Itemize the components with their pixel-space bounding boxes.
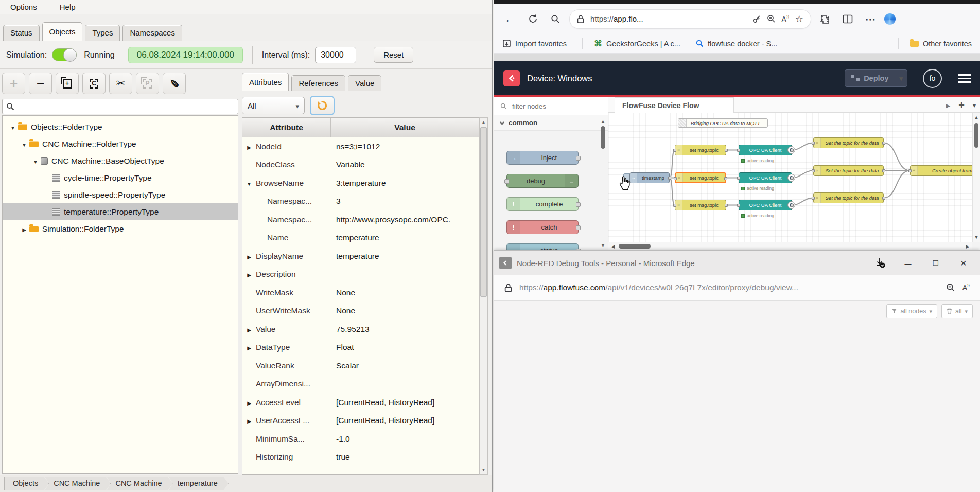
table-row[interactable]: MinimumSa...-1.0 bbox=[242, 430, 479, 448]
read-aloud-icon[interactable]: A bbox=[782, 15, 789, 23]
close-button[interactable] bbox=[952, 254, 975, 272]
output-port[interactable] bbox=[791, 149, 794, 152]
remove-button[interactable] bbox=[29, 73, 52, 94]
read-aloud-icon[interactable]: A bbox=[962, 284, 970, 292]
input-port[interactable] bbox=[737, 177, 740, 180]
scroll-down-icon[interactable]: ▼ bbox=[600, 243, 606, 248]
extensions-icon[interactable] bbox=[816, 10, 834, 28]
palette-node-catch[interactable]: ! catch bbox=[506, 220, 579, 234]
menu-options[interactable]: Options bbox=[10, 3, 37, 11]
user-avatar[interactable]: fo bbox=[923, 69, 942, 88]
scroll-left-icon[interactable]: ◀ bbox=[609, 242, 617, 250]
node-create-object[interactable]: + Create object from bbox=[910, 165, 972, 176]
password-key-icon[interactable] bbox=[752, 15, 761, 23]
palette-filter-input[interactable] bbox=[511, 102, 583, 111]
scrollbar-thumb[interactable] bbox=[601, 126, 605, 149]
table-row[interactable]: Namespac...3 bbox=[242, 192, 479, 211]
scroll-right-icon[interactable]: ▶ bbox=[964, 242, 971, 250]
filter-nodes-button[interactable]: all nodes bbox=[886, 304, 937, 318]
palette-category-common[interactable]: common bbox=[494, 115, 608, 131]
output-port[interactable] bbox=[791, 204, 794, 207]
duplicate-button[interactable]: + bbox=[56, 73, 79, 94]
input-port[interactable] bbox=[673, 204, 676, 207]
node-set-topic-3[interactable]: × Set the topic for the data bbox=[813, 192, 884, 203]
output-port[interactable] bbox=[882, 169, 885, 172]
tab-status[interactable]: Status bbox=[3, 25, 40, 41]
table-row[interactable]: UserAccessL...[CurrentRead, HistoryRead] bbox=[242, 412, 479, 430]
tree-item-temperature-selected[interactable]: temperature::PropertyType bbox=[3, 203, 238, 220]
edit-button[interactable] bbox=[163, 73, 186, 94]
node-opcua-client-2[interactable]: OPC UA Client bbox=[739, 172, 792, 183]
input-port[interactable] bbox=[812, 142, 815, 145]
favorite-geeksforgeeks[interactable]: GeeksforGeeks | A c... bbox=[594, 39, 680, 48]
reset-button[interactable]: Reset bbox=[374, 47, 413, 63]
table-row[interactable]: BrowseName3:temperature bbox=[242, 174, 479, 192]
table-row[interactable]: DataTypeFloat bbox=[242, 339, 479, 357]
table-row[interactable]: NodeClassVariable bbox=[242, 156, 479, 174]
table-row[interactable]: Value75.95213 bbox=[242, 320, 479, 339]
expand-icon[interactable] bbox=[242, 325, 256, 334]
collapse-icon[interactable] bbox=[242, 179, 256, 188]
output-port[interactable] bbox=[725, 204, 728, 207]
clear-log-button[interactable]: all bbox=[941, 304, 973, 318]
breadcrumb-temperature[interactable]: temperature bbox=[169, 477, 229, 490]
output-port[interactable] bbox=[791, 177, 794, 180]
comment-node[interactable]: Bridging OPC UA data to MQTT bbox=[678, 118, 768, 128]
favorite-star-icon[interactable] bbox=[795, 13, 803, 25]
maximize-button[interactable] bbox=[924, 254, 947, 272]
zoom-out-icon[interactable] bbox=[767, 14, 776, 23]
table-row[interactable]: ArrayDimensi... bbox=[242, 375, 479, 394]
palette-node-debug[interactable]: debug ≡ bbox=[506, 174, 579, 188]
tree-item-objects[interactable]: Objects::FolderType bbox=[3, 118, 238, 135]
input-port[interactable] bbox=[908, 169, 912, 172]
scrollbar-thumb[interactable] bbox=[480, 127, 487, 297]
other-favorites-button[interactable]: Other favorites bbox=[910, 40, 972, 48]
copy-button[interactable]: C bbox=[82, 73, 106, 94]
tab-objects[interactable]: Objects bbox=[42, 22, 83, 41]
scroll-up-icon[interactable]: ▲ bbox=[480, 118, 487, 126]
table-row[interactable]: Historizingtrue bbox=[242, 448, 479, 467]
tree-search-input[interactable] bbox=[2, 99, 238, 114]
breadcrumb-objects[interactable]: Objects bbox=[4, 477, 49, 490]
interval-input[interactable] bbox=[315, 47, 356, 63]
flow-tab-flowfuse-device-flow[interactable]: FlowFuse Device Flow bbox=[615, 97, 734, 113]
palette-node-complete[interactable]: ! complete bbox=[506, 197, 579, 211]
table-row[interactable]: AccessLevel[CurrentRead, HistoryRead] bbox=[242, 393, 479, 412]
node-set-topic-2[interactable]: × Set the topic for the data bbox=[813, 165, 884, 176]
table-row[interactable]: Nametemperature bbox=[242, 229, 479, 248]
palette-scrollbar[interactable]: ▲ ▼ bbox=[600, 119, 606, 248]
refresh-button[interactable] bbox=[524, 10, 541, 28]
tab-attributes[interactable]: Attributes bbox=[242, 73, 289, 91]
flow-list-icon[interactable] bbox=[973, 100, 976, 110]
output-port[interactable] bbox=[725, 149, 728, 152]
expand-icon[interactable] bbox=[242, 252, 256, 261]
input-port[interactable] bbox=[737, 204, 740, 207]
favorite-flowfuse-docker[interactable]: flowfuse docker - S... bbox=[696, 40, 777, 48]
scroll-down-icon[interactable]: ▼ bbox=[973, 235, 980, 240]
back-button[interactable] bbox=[501, 10, 519, 28]
palette-node-inject[interactable]: → inject bbox=[506, 151, 579, 165]
tree-item-cnc-machine-folder[interactable]: CNC Machine::FolderType bbox=[3, 135, 238, 152]
menu-help[interactable]: Help bbox=[60, 3, 76, 11]
node-set-msg-topic-1[interactable]: × set msg.topic bbox=[675, 145, 726, 155]
node-opcua-client-1[interactable]: OPC UA Client bbox=[739, 145, 792, 155]
simulation-toggle[interactable] bbox=[52, 48, 77, 61]
tree-item-cnc-machine-object[interactable]: CNC Machine::BaseObjectType bbox=[3, 152, 238, 169]
zoom-out-icon[interactable] bbox=[946, 283, 955, 292]
table-row[interactable]: Description bbox=[242, 266, 479, 284]
copilot-icon[interactable] bbox=[884, 13, 896, 25]
expander-closed-icon[interactable] bbox=[20, 224, 28, 234]
paste-button[interactable]: P bbox=[136, 73, 159, 94]
download-complete-icon[interactable] bbox=[869, 254, 891, 272]
input-port[interactable] bbox=[737, 149, 740, 152]
deploy-dropdown[interactable] bbox=[895, 70, 907, 86]
tab-types[interactable]: Types bbox=[85, 25, 120, 41]
input-port[interactable] bbox=[812, 169, 815, 172]
attribute-filter-select[interactable]: All bbox=[242, 97, 305, 114]
expand-icon[interactable] bbox=[242, 343, 256, 352]
palette-node-status[interactable]: status bbox=[506, 243, 579, 250]
input-port[interactable] bbox=[812, 197, 815, 200]
node-timestamp[interactable]: → timestamp bbox=[629, 172, 670, 183]
output-port[interactable] bbox=[668, 177, 671, 180]
node-set-topic-1[interactable]: × Set the topic for the data bbox=[813, 137, 884, 148]
